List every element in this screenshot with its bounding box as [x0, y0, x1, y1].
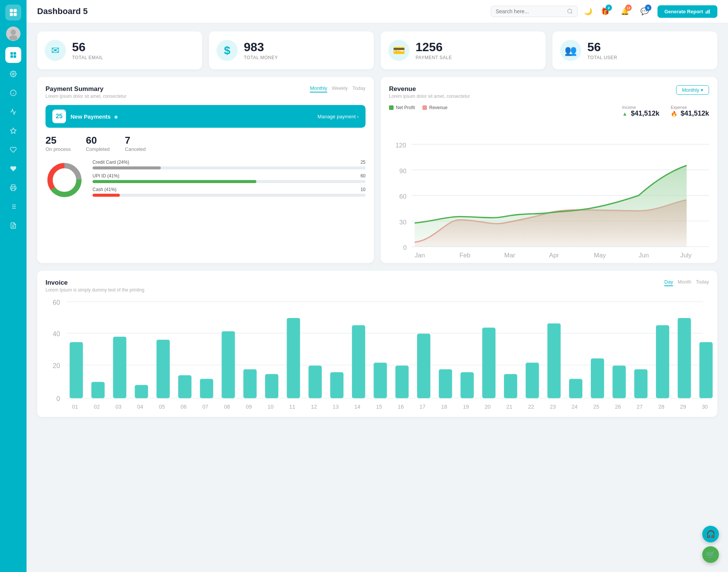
sidebar-logo[interactable]: [5, 5, 21, 20]
sidebar-item-settings[interactable]: [5, 66, 21, 82]
generate-report-button[interactable]: Generate Report: [657, 5, 717, 18]
invoice-bar-chart: 0 20 40 60: [46, 299, 709, 407]
svg-text:16: 16: [398, 403, 404, 409]
tab-month[interactable]: Month: [678, 279, 691, 286]
stat-cards: ✉ 56 TOTAL EMAIL $ 983 TOTAL MONEY 💳 125…: [37, 31, 717, 69]
net-profit-area: [415, 165, 687, 246]
svg-text:July: July: [680, 252, 692, 259]
svg-text:30: 30: [702, 403, 708, 409]
donut-chart: [46, 161, 83, 199]
sidebar-item-analytics[interactable]: [5, 104, 21, 120]
svg-text:18: 18: [441, 403, 447, 409]
payment-summary-panel: Payment Summary Lorem ipsum dolor sit am…: [37, 77, 374, 263]
user-icon: 👥: [560, 40, 581, 61]
svg-text:Feb: Feb: [460, 252, 471, 259]
tab-today-invoice[interactable]: Today: [696, 279, 709, 286]
svg-text:25: 25: [593, 403, 599, 409]
sidebar: [0, 0, 27, 572]
stat-card-email: ✉ 56 TOTAL EMAIL: [37, 31, 202, 69]
stats-on-process: 25 On process: [46, 135, 71, 152]
stats-canceled: 7 Canceled: [125, 135, 146, 152]
chat-icon-btn[interactable]: 💬 5: [638, 5, 651, 18]
sidebar-item-print[interactable]: [5, 180, 21, 196]
svg-text:10: 10: [267, 403, 273, 409]
chat-badge: 5: [645, 5, 651, 11]
fab-support[interactable]: 🎧: [702, 526, 719, 542]
bar-15: [373, 362, 387, 398]
email-icon: ✉: [45, 40, 66, 61]
svg-text:Mar: Mar: [504, 252, 515, 259]
tab-weekly[interactable]: Weekly: [332, 85, 348, 92]
search-box[interactable]: [491, 6, 578, 17]
bell-icon-btn[interactable]: 🔔 12: [618, 5, 632, 18]
svg-rect-7: [14, 52, 16, 55]
sidebar-item-star[interactable]: [5, 123, 21, 139]
user-count: 56: [587, 41, 617, 54]
sidebar-item-heart2[interactable]: [5, 161, 21, 177]
svg-text:08: 08: [224, 403, 230, 409]
gift-icon-btn[interactable]: 🎁 2: [598, 5, 612, 18]
svg-text:02: 02: [94, 403, 100, 409]
bar-11: [287, 318, 300, 398]
money-count: 983: [244, 41, 278, 54]
bar-23: [548, 323, 561, 398]
svg-point-5: [9, 35, 17, 40]
bar-06: [178, 375, 191, 398]
fab-cart[interactable]: 🛒: [702, 546, 719, 563]
revenue-legend: Net Profit Revenue: [389, 105, 447, 110]
user-label: TOTAL USER: [587, 55, 617, 60]
sidebar-item-info[interactable]: [5, 85, 21, 101]
svg-rect-27: [707, 10, 708, 14]
avatar[interactable]: [6, 27, 20, 41]
bar-05: [157, 340, 170, 398]
bar-16: [395, 365, 409, 398]
svg-text:23: 23: [550, 403, 556, 409]
bar-22: [526, 362, 539, 398]
sidebar-item-dashboard[interactable]: [5, 47, 21, 63]
sidebar-item-heart[interactable]: [5, 142, 21, 158]
bar-10: [265, 374, 278, 398]
dark-mode-icon[interactable]: 🌙: [584, 7, 592, 16]
svg-rect-26: [706, 11, 706, 14]
search-input[interactable]: [496, 8, 564, 14]
bar-27: [634, 369, 648, 398]
stat-card-payment: 💳 1256 PAYMENT SALE: [381, 31, 546, 69]
bar-03: [113, 337, 126, 398]
svg-text:28: 28: [658, 403, 664, 409]
revenue-monthly-dropdown[interactable]: Monthly ▾: [676, 85, 709, 95]
page-title: Dashboard 5: [37, 6, 485, 16]
svg-text:04: 04: [137, 403, 143, 409]
tab-monthly[interactable]: Monthly: [310, 85, 327, 92]
bar-14: [352, 325, 365, 398]
payment-count: 1256: [416, 41, 452, 54]
gift-badge: 2: [606, 5, 612, 11]
svg-text:17: 17: [419, 403, 425, 409]
payment-summary-title: Payment Summary: [46, 85, 126, 93]
svg-text:11: 11: [289, 403, 295, 409]
income-expense: Income ▲ $41,512k Expense 🔥 $41,512k: [622, 105, 709, 118]
svg-text:07: 07: [202, 403, 209, 409]
bar-26: [612, 365, 626, 398]
bar-17: [417, 334, 430, 398]
bar-01: [70, 342, 83, 398]
sidebar-item-document[interactable]: [5, 218, 21, 234]
tab-today[interactable]: Today: [352, 85, 366, 92]
svg-text:90: 90: [399, 168, 406, 175]
svg-point-24: [568, 9, 572, 13]
stat-card-user: 👥 56 TOTAL USER: [552, 31, 717, 69]
svg-rect-2: [10, 13, 13, 16]
svg-text:15: 15: [376, 403, 382, 409]
svg-text:06: 06: [180, 403, 187, 409]
payment-label: PAYMENT SALE: [416, 55, 452, 60]
tab-day[interactable]: Day: [664, 279, 673, 286]
payment-stats-row: 25 On process 60 Completed 7 Canceled: [46, 135, 366, 152]
stats-completed: 60 Completed: [86, 135, 110, 152]
bar-02: [91, 382, 105, 398]
panels-row: Payment Summary Lorem ipsum dolor sit am…: [37, 77, 717, 263]
sidebar-item-list[interactable]: [5, 199, 21, 215]
svg-rect-15: [12, 188, 15, 191]
bar-04: [135, 385, 148, 398]
manage-payment-link[interactable]: Manage payment ›: [318, 114, 359, 119]
svg-text:60: 60: [53, 299, 60, 306]
new-payment-banner: 25 New Payments Manage payment ›: [46, 105, 366, 128]
